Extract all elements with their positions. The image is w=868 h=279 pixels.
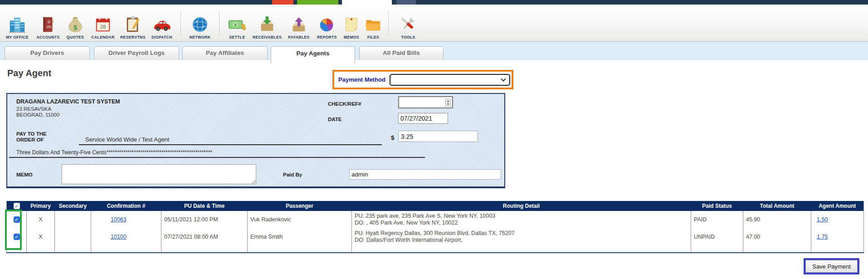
toolbar-item-label: MY OFFICE — [6, 35, 29, 39]
number-spinner-icon[interactable] — [445, 99, 451, 107]
table-filler-row — [7, 245, 864, 253]
select-all-checkbox[interactable]: ✓ — [14, 203, 20, 209]
svg-text:28: 28 — [100, 24, 106, 29]
secondary-flag — [55, 228, 91, 245]
agent-amount-link[interactable]: 1.50 — [817, 216, 828, 223]
primary-flag: X — [27, 228, 55, 245]
toolbar-item-label: RESERVTNS — [120, 35, 145, 39]
col-primary: Primary — [27, 201, 55, 211]
save-payment-highlight: Save Payment — [804, 258, 859, 274]
toolbar-item-label: TOOLS — [401, 35, 415, 39]
toolbar-item-payables[interactable]: PAYABLES — [284, 6, 314, 41]
topbar-search-box[interactable] — [342, 0, 392, 5]
cash-icon: $ — [228, 15, 247, 34]
routing-detail: PU: 235 park ave, 235 Park Ave S, New Yo… — [352, 211, 691, 228]
company-address-line1: 23 RESAVSKA — [16, 106, 51, 112]
toolbar-item-label: CALENDAR — [92, 35, 115, 39]
money-bag-icon: $ — [66, 15, 85, 34]
table-row: ✓ X 10100 07/27/2021 08:00 AM Emma Smith… — [7, 228, 864, 245]
date-input[interactable] — [398, 113, 448, 124]
table-row: ✓ X 10063 05/11/2021 12:00 PM Vuk Radenk… — [7, 211, 864, 228]
check-ref-input[interactable] — [398, 96, 453, 108]
passenger-name: Emma Smith — [248, 228, 352, 245]
toolbar-item-label: DISPATCH — [151, 35, 172, 39]
toolbar-item-accounts[interactable]: ACCOUNTS — [34, 6, 63, 41]
topbar-red-button[interactable] — [272, 0, 293, 5]
confirmation-link[interactable]: 10100 — [111, 234, 127, 240]
buildings-icon — [8, 15, 27, 34]
toolbar-item-files[interactable]: FILES — [363, 6, 384, 41]
paid-by-input[interactable] — [349, 169, 501, 180]
pu-datetime: 07/27/2021 08:00 AM — [161, 228, 248, 245]
svg-text:$: $ — [73, 24, 77, 31]
row-checkbox[interactable]: ✓ — [14, 216, 20, 223]
tab-pay-affiliates[interactable]: Pay Affiliates — [182, 46, 268, 59]
date-label: DATE — [328, 117, 341, 122]
clipboard-icon — [123, 15, 142, 34]
col-total-amount: Total Amount — [743, 201, 811, 211]
col-pu-date-time: PU Date & Time — [161, 201, 248, 211]
routing-detail: PU: Hyatt Regency Dallas, 300 Reunion Bl… — [352, 228, 691, 245]
memo-label: MEMO — [16, 172, 33, 177]
agent-amount-link[interactable]: 1.75 — [817, 234, 828, 240]
currency-symbol: $ — [391, 134, 395, 141]
toolbar-item-my-office[interactable]: MY OFFICE — [1, 6, 34, 41]
toolbar-item-network[interactable]: NETWORK — [185, 6, 215, 41]
col-routing-detail: Routing Detail — [352, 201, 691, 211]
toolbar-item-label: ACCOUNTS — [36, 35, 59, 39]
toolbar-item-calendar[interactable]: 28 CALENDAR — [88, 6, 118, 41]
pay-agent-screen: MY OFFICE ACCOUNTS $ QUOTES — [0, 0, 868, 279]
payment-method-label: Payment Method — [338, 76, 385, 83]
toolbar-item-reservations[interactable]: RESERVTNS — [118, 6, 148, 41]
tools-icon — [399, 15, 418, 34]
pie-chart-icon — [317, 15, 336, 34]
toolbar-item-quotes[interactable]: $ QUOTES — [63, 6, 88, 41]
pay-to-label: PAY TO THE ORDER OF — [16, 131, 47, 143]
topbar-green-button[interactable] — [297, 0, 338, 5]
paid-status: PAID — [691, 211, 743, 228]
toolbar-separator — [180, 11, 181, 35]
secondary-flag — [55, 211, 91, 228]
save-payment-button[interactable]: Save Payment — [805, 260, 858, 273]
tab-all-paid-bills[interactable]: All Paid Bills — [359, 46, 444, 59]
toolbar-item-memos[interactable]: MEMOS — [340, 6, 363, 41]
inbox-arrow-icon — [258, 15, 277, 34]
confirmation-link[interactable]: 10063 — [111, 216, 127, 223]
main-toolbar: MY OFFICE ACCOUNTS $ QUOTES — [0, 5, 868, 42]
globe-icon — [190, 15, 210, 34]
car-icon — [152, 15, 171, 34]
toolbar-item-label: FILES — [367, 35, 379, 39]
trips-table: ✓ Primary Secondary Confirmation # PU Da… — [6, 201, 864, 253]
col-passenger: Passenger — [248, 201, 352, 211]
tab-driver-payroll-logs[interactable]: Driver Payroll Logs — [94, 46, 179, 59]
toolbar-item-receivables[interactable]: RECEIVABLES — [250, 6, 284, 41]
memo-textarea[interactable] — [62, 164, 256, 184]
calendar-icon: 28 — [93, 15, 112, 34]
table-header-row: ✓ Primary Secondary Confirmation # PU Da… — [7, 201, 864, 211]
toolbar-item-label: RECEIVABLES — [253, 35, 282, 39]
total-amount: 45.90 — [743, 211, 811, 228]
toolbar-item-tools[interactable]: TOOLS — [393, 6, 423, 41]
row-checkbox[interactable]: ✓ — [14, 234, 20, 240]
company-name: DRAGANA LAZAREVIC TEST SYSTEM — [16, 98, 120, 105]
outbox-arrow-icon — [289, 15, 308, 34]
payment-method-highlight: Payment Method — [332, 70, 513, 89]
sticky-note-icon — [342, 15, 361, 34]
toolbar-item-reports[interactable]: REPORTS — [314, 6, 340, 41]
check-ref-label: CHECK/REF# — [328, 101, 361, 107]
passenger-name: Vuk Radenkovic — [248, 211, 352, 228]
payee-field[interactable]: Service World Wide / Test Agent — [79, 135, 382, 145]
payment-method-select[interactable] — [390, 74, 510, 86]
tab-pay-drivers[interactable]: Pay Drivers — [5, 46, 90, 59]
toolbar-item-label: SETTLE — [229, 35, 245, 39]
topbar-slate-button[interactable] — [396, 0, 416, 5]
routing-dropoff: DO: , 405 Park Ave, New York NY, 10022 — [355, 220, 688, 226]
paid-by-label: Paid By — [283, 172, 302, 177]
toolbar-item-settle[interactable]: $ SETTLE — [224, 6, 250, 41]
tab-pay-agents[interactable]: Pay Agents — [271, 46, 355, 64]
top-window-bar — [0, 0, 868, 5]
toolbar-item-dispatch[interactable]: DISPATCH — [148, 6, 176, 41]
pu-datetime: 05/11/2021 12:00 PM — [161, 211, 248, 228]
amount-input[interactable] — [398, 131, 478, 142]
routing-pickup: PU: Hyatt Regency Dallas, 300 Reunion Bl… — [355, 230, 688, 237]
